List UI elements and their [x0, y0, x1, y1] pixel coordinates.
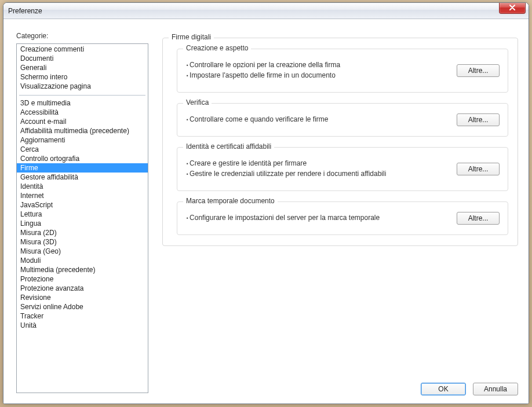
section-title: Creazione e aspetto	[183, 44, 251, 52]
section-title: Marca temporale documento	[183, 197, 278, 205]
more-button[interactable]: Altre...	[457, 163, 500, 175]
section-bullets: Creare e gestire le identità per firmare…	[187, 158, 500, 179]
category-item[interactable]: Revisione	[17, 293, 148, 302]
category-item[interactable]: Visualizzazione pagina	[17, 82, 148, 91]
window-title: Preferenze	[8, 7, 42, 15]
settings-section: Marca temporale documentoConfigurare le …	[177, 201, 508, 235]
section-title: Verifica	[183, 98, 212, 107]
category-item[interactable]: Documenti	[17, 54, 148, 63]
bullet-item: Gestire le credenziali utilizzate per re…	[187, 168, 500, 179]
settings-section: Identità e certificati affidabiliCreare …	[177, 147, 508, 191]
category-item[interactable]: Affidabilità multimedia (precedente)	[17, 126, 148, 135]
category-item[interactable]: Gestore affidabilità	[17, 173, 148, 182]
category-item[interactable]: Account e-mail	[17, 117, 148, 126]
bullet-item: Controllare le opzioni per la creazione …	[187, 60, 500, 70]
category-item[interactable]: Lingua	[17, 219, 148, 228]
category-item[interactable]: 3D e multimedia	[17, 98, 148, 108]
category-separator	[19, 95, 145, 96]
preferences-dialog: Preferenze Categorie: Creazione commenti…	[3, 2, 529, 404]
dialog-footer: OK Annulla	[421, 383, 518, 395]
category-item[interactable]: Generali	[17, 63, 148, 72]
bullet-item: Configurare le impostazioni del server p…	[187, 212, 500, 223]
title-bar: Preferenze	[3, 3, 529, 19]
category-item[interactable]: Unità	[17, 321, 148, 330]
settings-section: VerificaControllare come e quando verifi…	[177, 103, 508, 137]
category-item[interactable]: Lettura	[17, 210, 148, 219]
categories-label: Categorie:	[16, 32, 48, 40]
more-button[interactable]: Altre...	[457, 212, 500, 225]
settings-panel: Firme digitali Creazione e aspettoContro…	[162, 38, 518, 259]
category-item[interactable]: Misura (Geo)	[17, 247, 148, 256]
category-item[interactable]: Servizi online Adobe	[17, 302, 148, 311]
category-item[interactable]: Schermo intero	[17, 72, 148, 82]
cancel-button[interactable]: Annulla	[473, 383, 518, 395]
section-title: Identità e certificati affidabili	[183, 142, 274, 151]
category-item[interactable]: Tracker	[17, 311, 148, 321]
category-item[interactable]: Accessibilità	[17, 108, 148, 117]
bullet-item: Impostare l'aspetto delle firme in un do…	[187, 70, 500, 80]
category-item[interactable]: Firme	[17, 163, 148, 173]
more-button[interactable]: Altre...	[457, 113, 500, 126]
category-item[interactable]: Creazione commenti	[17, 45, 148, 54]
category-item[interactable]: Moduli	[17, 256, 148, 265]
category-item[interactable]: Controllo ortografia	[17, 154, 148, 163]
more-button[interactable]: Altre...	[457, 64, 500, 77]
digital-signatures-group: Firme digitali Creazione e aspettoContro…	[162, 38, 518, 246]
section-bullets: Configurare le impostazioni del server p…	[187, 212, 500, 223]
category-item[interactable]: Internet	[17, 191, 148, 200]
bullet-item: Controllare come e quando verificare le …	[187, 114, 500, 124]
category-item[interactable]: Misura (2D)	[17, 228, 148, 237]
settings-section: Creazione e aspettoControllare le opzion…	[177, 49, 508, 93]
dialog-body: Categorie: Creazione commentiDocumentiGe…	[3, 19, 529, 404]
category-item[interactable]: Protezione avanzata	[17, 284, 148, 293]
section-bullets: Controllare come e quando verificare le …	[187, 114, 500, 124]
category-item[interactable]: Multimedia (precedente)	[17, 265, 148, 274]
category-item[interactable]: Cerca	[17, 145, 148, 154]
category-item[interactable]: Misura (3D)	[17, 237, 148, 247]
category-item[interactable]: JavaScript	[17, 200, 148, 210]
close-button[interactable]	[499, 2, 526, 14]
section-bullets: Controllare le opzioni per la creazione …	[187, 60, 500, 80]
categories-list[interactable]: Creazione commentiDocumentiGeneraliScher…	[16, 43, 148, 393]
category-item[interactable]: Identità	[17, 182, 148, 191]
bullet-item: Creare e gestire le identità per firmare	[187, 158, 500, 168]
ok-button[interactable]: OK	[421, 383, 466, 395]
close-icon	[509, 4, 516, 12]
group-title: Firme digitali	[169, 33, 214, 41]
category-item[interactable]: Protezione	[17, 274, 148, 284]
category-item[interactable]: Aggiornamenti	[17, 135, 148, 145]
